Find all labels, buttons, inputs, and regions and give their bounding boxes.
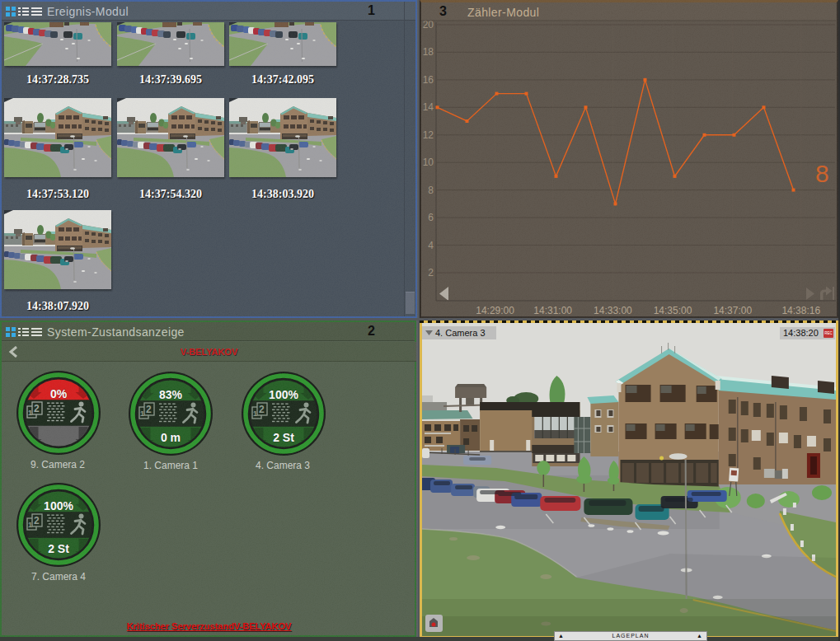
svg-text:14:38:16: 14:38:16 bbox=[781, 305, 820, 316]
svg-text:14:31:00: 14:31:00 bbox=[533, 305, 572, 316]
svg-text:1: 1 bbox=[253, 409, 257, 418]
svg-text:14: 14 bbox=[423, 101, 434, 113]
svg-text:6: 6 bbox=[428, 212, 434, 223]
svg-text:2: 2 bbox=[259, 404, 265, 415]
svg-text:8: 8 bbox=[815, 160, 829, 187]
svg-text:2: 2 bbox=[146, 404, 152, 415]
svg-text:14:33:00: 14:33:00 bbox=[594, 305, 632, 316]
svg-text:2: 2 bbox=[34, 515, 40, 526]
svg-text:1: 1 bbox=[28, 521, 32, 529]
svg-text:14:35:00: 14:35:00 bbox=[654, 305, 692, 316]
svg-text:0%: 0% bbox=[49, 387, 67, 400]
svg-text:2 St: 2 St bbox=[48, 542, 69, 555]
svg-text:12: 12 bbox=[423, 129, 434, 141]
svg-text:16: 16 bbox=[423, 74, 434, 86]
svg-text:14:37:00: 14:37:00 bbox=[713, 305, 752, 316]
svg-text:14:29:00: 14:29:00 bbox=[476, 305, 514, 316]
svg-text:2: 2 bbox=[428, 267, 434, 278]
svg-text:0 m: 0 m bbox=[161, 431, 181, 444]
svg-text:2 St: 2 St bbox=[273, 431, 294, 444]
svg-text:83%: 83% bbox=[159, 388, 183, 401]
svg-text:2: 2 bbox=[34, 403, 40, 414]
svg-text:4: 4 bbox=[428, 240, 434, 251]
svg-text:8: 8 bbox=[428, 185, 434, 196]
svg-text:1: 1 bbox=[140, 409, 144, 418]
svg-text:10: 10 bbox=[423, 157, 434, 168]
svg-text:1: 1 bbox=[28, 409, 32, 417]
svg-text:18: 18 bbox=[423, 46, 434, 58]
svg-text:100%: 100% bbox=[269, 388, 298, 401]
svg-text:100%: 100% bbox=[44, 499, 73, 512]
